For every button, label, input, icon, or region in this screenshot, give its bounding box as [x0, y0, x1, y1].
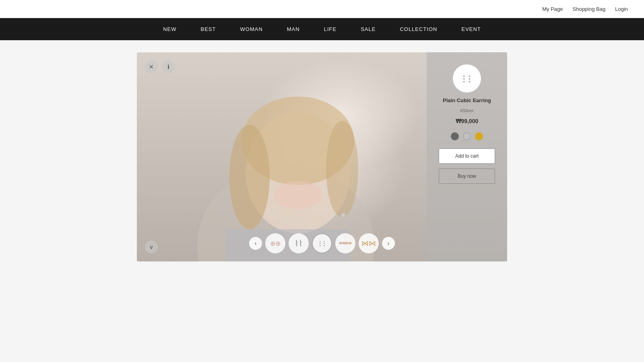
carousel-item-4[interactable]: ⚯⚯ [335, 233, 355, 253]
product-sub: #Silver [460, 108, 474, 113]
svg-point-5 [274, 181, 322, 209]
top-bar: My Page Shopping Bag Login [0, 0, 644, 18]
main-content: ✕ ℹ ∨ ‹ ⊕⊕ ⌇⌇ [0, 40, 644, 274]
nav-item-event[interactable]: EVENT [461, 26, 481, 32]
earring-icon-2: ⌇⌇ [295, 239, 303, 248]
product-thumb-icon: ⫶⫶ [461, 72, 473, 85]
svg-point-4 [326, 121, 358, 217]
viewer-wrapper: ✕ ℹ ∨ ‹ ⊕⊕ ⌇⌇ [137, 52, 507, 261]
close-button[interactable]: ✕ [145, 60, 158, 73]
down-arrow-button[interactable]: ∨ [145, 241, 158, 253]
nav-item-collection[interactable]: COLLECTION [400, 26, 437, 32]
info-button[interactable]: ℹ [162, 60, 175, 73]
earring-icon-3: ⫶⫶ [318, 239, 326, 248]
color-option-dark[interactable] [451, 132, 459, 140]
viewer-controls: ✕ ℹ [145, 60, 175, 73]
nav-item-best[interactable]: BEST [201, 26, 216, 32]
shopping-bag-link[interactable]: Shopping Bag [573, 6, 606, 12]
product-panel: ⫶⫶ Plain Cubic Earring #Silver ₩99,000 A… [427, 52, 507, 261]
nav-item-woman[interactable]: WOMAN [240, 26, 263, 32]
earring-icon-5: ⋈⋈ [361, 239, 376, 248]
down-icon: ∨ [149, 244, 153, 250]
carousel-item-5[interactable]: ⋈⋈ [359, 233, 379, 253]
product-price: ₩99,000 [456, 118, 479, 124]
carousel-prev-button[interactable]: ‹ [249, 237, 262, 250]
close-icon: ✕ [149, 64, 154, 70]
product-thumbnail: ⫶⫶ [453, 64, 481, 93]
nav-item-man[interactable]: MAN [287, 26, 300, 32]
login-link[interactable]: Login [615, 6, 628, 12]
product-carousel: ‹ ⊕⊕ ⌇⌇ ⫶⫶ ⚯⚯ [249, 233, 395, 253]
svg-point-8 [341, 213, 345, 217]
buy-now-button[interactable]: Buy now [439, 169, 495, 184]
carousel-next-button[interactable]: › [382, 237, 395, 250]
my-page-link[interactable]: My Page [542, 6, 563, 12]
prev-icon: ‹ [254, 240, 256, 247]
earring-icon-4: ⚯⚯ [339, 239, 351, 248]
carousel-item-2[interactable]: ⌇⌇ [289, 233, 309, 253]
carousel-item-3[interactable]: ⫶⫶ [312, 233, 332, 253]
product-viewer: ✕ ℹ ∨ ‹ ⊕⊕ ⌇⌇ [137, 52, 507, 261]
earring-icon-1: ⊕⊕ [270, 240, 281, 247]
nav-item-new[interactable]: NEW [163, 26, 176, 32]
color-option-gold[interactable] [475, 132, 483, 140]
color-option-silver[interactable] [463, 132, 471, 140]
add-to-cart-button[interactable]: Add to cart [439, 148, 495, 164]
nav-item-life[interactable]: LIFE [324, 26, 336, 32]
top-bar-links: My Page Shopping Bag Login [542, 6, 628, 12]
svg-point-3 [229, 125, 270, 229]
product-name: Plain Cubic Earring [443, 97, 491, 103]
nav-bar: NEW BEST WOMAN MAN LIFE SALE COLLECTION … [0, 18, 644, 40]
next-icon: › [387, 240, 389, 247]
color-options [451, 132, 483, 140]
carousel-item-1[interactable]: ⊕⊕ [265, 233, 285, 253]
info-icon: ℹ [167, 64, 169, 70]
nav-item-sale[interactable]: SALE [361, 26, 376, 32]
